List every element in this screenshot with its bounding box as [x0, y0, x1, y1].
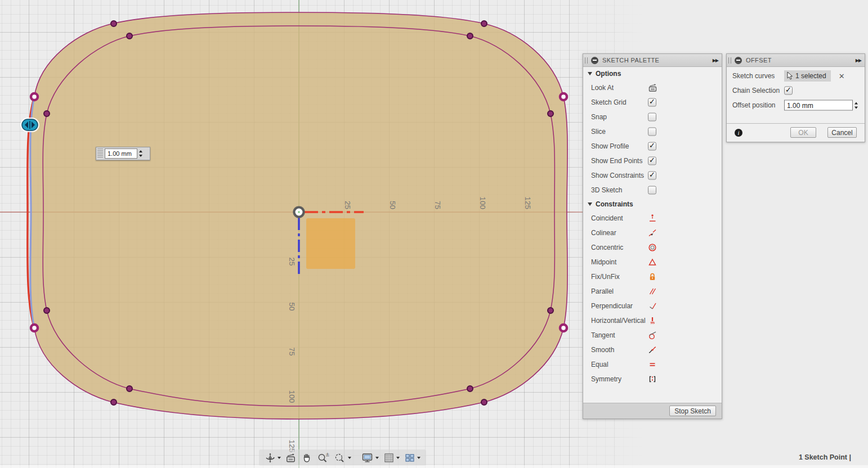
- constraint-row-colinear[interactable]: Colinear: [583, 226, 722, 240]
- constraints-section-header[interactable]: Constraints: [583, 197, 722, 211]
- option-row-sketch-grid: Sketch Grid: [583, 95, 722, 110]
- sketch-curves-row: Sketch curves 1 selected ✕: [727, 69, 865, 83]
- option-row-show-constraints: Show Constraints: [583, 168, 722, 183]
- constraint-row-perpendicular[interactable]: Perpendicular: [583, 299, 722, 313]
- constraint-row-horizontal-vertical[interactable]: Horizontal/Vertical: [583, 313, 722, 328]
- display-settings-icon: [361, 452, 374, 464]
- collapse-icon[interactable]: [735, 57, 742, 64]
- expand-panel-icon[interactable]: ▶▶: [713, 58, 718, 63]
- orbit-icon: [265, 452, 276, 464]
- dialog-title: OFFSET: [746, 57, 856, 64]
- offset-dimension-box[interactable]: [96, 147, 150, 160]
- y-tick: 50: [288, 302, 296, 310]
- look-at-icon[interactable]: [648, 83, 658, 92]
- expand-panel-icon[interactable]: ▶▶: [856, 58, 861, 63]
- selection-status-text: 1 Sketch Point |: [799, 453, 851, 461]
- offset-position-spinner[interactable]: [854, 102, 858, 109]
- drag-grip-icon[interactable]: [97, 148, 103, 159]
- sketch-curves-selection[interactable]: 1 selected: [784, 70, 831, 82]
- constraint-row-tangent[interactable]: Tangent: [583, 328, 722, 343]
- dropdown-caret-icon[interactable]: [417, 457, 420, 459]
- bottom-edge-strip: [0, 465, 868, 468]
- show-constraints-checkbox[interactable]: [648, 172, 656, 180]
- y-tick: 75: [288, 347, 296, 356]
- cursor-arrow-icon: [786, 71, 794, 80]
- dropdown-caret-icon[interactable]: [278, 457, 281, 459]
- dropdown-caret-icon[interactable]: [348, 457, 351, 459]
- offset-position-row: Offset position: [727, 98, 865, 112]
- perpendicular-icon: [648, 302, 657, 310]
- zoom-window-button[interactable]: [333, 451, 352, 465]
- constraint-row-midpoint[interactable]: Midpoint: [583, 255, 722, 269]
- spinner-down-icon[interactable]: [139, 155, 142, 157]
- show-profile-checkbox[interactable]: [648, 142, 656, 151]
- navigation-toolbar: ±: [259, 449, 426, 466]
- coincident-icon: [648, 214, 657, 223]
- grid-settings-button[interactable]: [382, 451, 401, 465]
- sketch-grid-checkbox[interactable]: [648, 98, 656, 107]
- option-row-3d-sketch: 3D Sketch: [583, 183, 722, 197]
- show-end-points-checkbox[interactable]: [648, 157, 656, 165]
- constraint-row-smooth[interactable]: Smooth: [583, 343, 722, 357]
- constraint-row-fix-unfix[interactable]: Fix/UnFix: [583, 269, 722, 284]
- panel-drag-handle-icon[interactable]: [728, 57, 731, 64]
- snap-checkbox[interactable]: [648, 113, 656, 122]
- sketch-palette-footer: Stop Sketch: [583, 403, 722, 418]
- offset-position-input[interactable]: [784, 100, 853, 111]
- options-section-header[interactable]: Options: [583, 67, 722, 80]
- flip-direction-handle[interactable]: [20, 118, 39, 132]
- sketch-palette-header[interactable]: SKETCH PALETTE ▶▶: [583, 54, 722, 67]
- collapse-icon[interactable]: [591, 57, 598, 64]
- spinner-up-icon[interactable]: [139, 150, 142, 152]
- offset-dialog-header[interactable]: OFFSET ▶▶: [727, 54, 865, 67]
- dropdown-caret-icon[interactable]: [375, 457, 379, 459]
- stop-sketch-button[interactable]: Stop Sketch: [669, 406, 716, 416]
- chain-selection-checkbox[interactable]: [784, 87, 793, 95]
- option-row-snap: Snap: [583, 110, 722, 124]
- pan-button[interactable]: [300, 451, 314, 465]
- cancel-button[interactable]: Cancel: [827, 127, 857, 138]
- viewports-button[interactable]: [403, 451, 422, 465]
- svg-text:±: ±: [325, 452, 329, 457]
- offset-dimension-input[interactable]: [105, 148, 137, 159]
- y-tick: 25: [288, 257, 296, 266]
- lock-icon: [648, 272, 657, 281]
- symmetry-icon: [648, 375, 657, 384]
- orbit-button[interactable]: [263, 451, 282, 465]
- slice-checkbox[interactable]: [648, 128, 656, 136]
- profile-highlight-region[interactable]: [306, 218, 355, 269]
- origin-point[interactable]: [293, 206, 305, 218]
- dimension-spinner[interactable]: [139, 150, 142, 157]
- spinner-up-icon[interactable]: [854, 102, 858, 104]
- pan-hand-icon: [301, 452, 312, 464]
- smooth-icon: [648, 345, 657, 354]
- 3d-sketch-checkbox[interactable]: [648, 186, 656, 195]
- zoom-button[interactable]: ±: [316, 451, 330, 465]
- sketch-palette-panel: SKETCH PALETTE ▶▶ Options Look At Sketch…: [583, 53, 722, 419]
- clear-selection-icon[interactable]: ✕: [839, 72, 845, 80]
- viewports-icon: [404, 452, 415, 464]
- info-icon[interactable]: i: [735, 129, 742, 137]
- display-settings-button[interactable]: [360, 451, 380, 465]
- x-tick: 25: [343, 201, 352, 209]
- option-row-show-end-points: Show End Points: [583, 154, 722, 168]
- panel-drag-handle-icon[interactable]: [585, 57, 588, 64]
- dropdown-caret-icon[interactable]: [396, 457, 400, 459]
- constraint-row-symmetry[interactable]: Symmetry: [583, 372, 722, 386]
- constraint-row-equal[interactable]: Equal: [583, 357, 722, 372]
- ok-button[interactable]: OK: [790, 127, 816, 138]
- spinner-down-icon[interactable]: [854, 106, 858, 109]
- constraint-row-coincident[interactable]: Coincident: [583, 211, 722, 226]
- constraint-row-concentric[interactable]: Concentric: [583, 240, 722, 255]
- chevron-down-icon: [588, 202, 592, 206]
- midpoint-icon: [648, 258, 657, 267]
- constraint-row-parallel[interactable]: Parallel: [583, 284, 722, 299]
- tangent-icon: [648, 331, 657, 340]
- option-row-slice: Slice: [583, 124, 722, 139]
- option-row-look-at: Look At: [583, 80, 722, 95]
- option-row-show-profile: Show Profile: [583, 139, 722, 154]
- look-at-button[interactable]: [284, 452, 298, 464]
- x-tick: 50: [388, 201, 397, 209]
- equal-icon: [648, 360, 657, 369]
- look-at-icon: [285, 453, 297, 463]
